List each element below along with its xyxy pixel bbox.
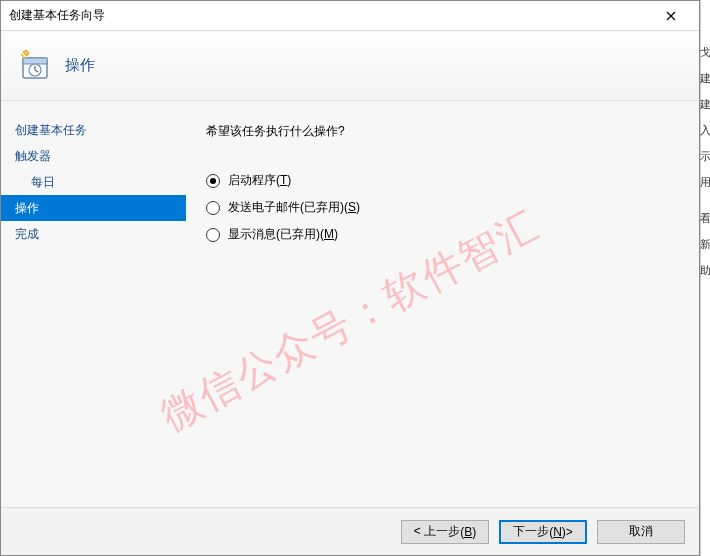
radio-send-email[interactable]: 发送电子邮件(已弃用)(S)	[206, 199, 679, 216]
titlebar: 创建基本任务向导	[1, 1, 699, 31]
radio-label: 发送电子邮件(已弃用)(S)	[228, 199, 360, 216]
task-scheduler-icon	[19, 50, 51, 82]
window-title: 创建基本任务向导	[9, 7, 651, 24]
svg-rect-1	[23, 58, 47, 64]
nav-item-finish[interactable]: 完成	[1, 221, 186, 247]
close-icon	[666, 11, 676, 21]
radio-label: 显示消息(已弃用)(M)	[228, 226, 338, 243]
radio-start-program[interactable]: 启动程序(T)	[206, 172, 679, 189]
action-radio-group: 启动程序(T) 发送电子邮件(已弃用)(S) 显示消息(已弃用)(M)	[206, 172, 679, 243]
wizard-nav: 创建基本任务 触发器 每日 操作 完成	[1, 101, 186, 507]
radio-icon	[206, 201, 220, 215]
radio-icon	[206, 174, 220, 188]
cancel-button[interactable]: 取消	[597, 520, 685, 544]
nav-item-daily[interactable]: 每日	[1, 169, 186, 195]
wizard-window: 创建基本任务向导 操作 微信公众号：软件智汇 创建基本任务 触发器 每日 操作 …	[0, 0, 700, 556]
wizard-header: 操作	[1, 31, 699, 101]
wizard-body: 微信公众号：软件智汇 创建基本任务 触发器 每日 操作 完成 希望该任务执行什么…	[1, 101, 699, 507]
step-title: 操作	[65, 56, 95, 75]
close-button[interactable]	[651, 2, 691, 30]
radio-show-message[interactable]: 显示消息(已弃用)(M)	[206, 226, 679, 243]
back-button[interactable]: < 上一步(B)	[401, 520, 489, 544]
nav-item-create-task[interactable]: 创建基本任务	[1, 117, 186, 143]
next-button[interactable]: 下一步(N) >	[499, 520, 587, 544]
wizard-footer: < 上一步(B) 下一步(N) > 取消	[1, 507, 699, 555]
background-window-fragment: 戈 建 建 入 示 用 看 新 助	[700, 0, 710, 556]
nav-item-trigger[interactable]: 触发器	[1, 143, 186, 169]
radio-icon	[206, 228, 220, 242]
wizard-content: 希望该任务执行什么操作? 启动程序(T) 发送电子邮件(已弃用)(S) 显示消息…	[186, 101, 699, 507]
action-prompt: 希望该任务执行什么操作?	[206, 123, 679, 140]
radio-label: 启动程序(T)	[228, 172, 291, 189]
nav-item-action[interactable]: 操作	[1, 195, 186, 221]
